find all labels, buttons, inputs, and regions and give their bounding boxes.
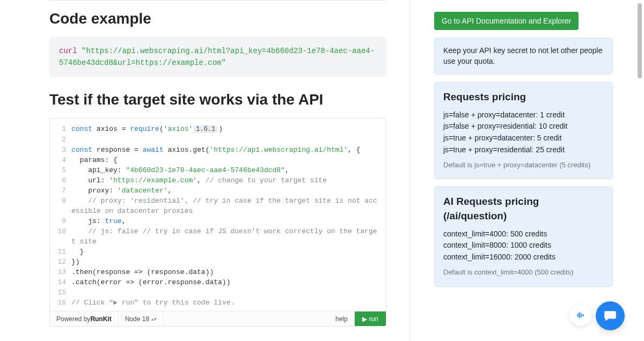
code-text[interactable]: // js: false // try in case if JS doesn'… xyxy=(71,226,386,247)
line-number: 1 xyxy=(50,124,71,135)
code-line[interactable]: 8 // proxy: 'residential', // try in cas… xyxy=(50,196,386,216)
code-text[interactable]: const response = await axios.get('https:… xyxy=(71,145,386,155)
line-number: 14 xyxy=(50,277,71,287)
pricing-row: js=false + proxy=residential: 10 credit xyxy=(443,121,604,132)
line-number: 13 xyxy=(50,267,71,277)
ai-pricing-default: Default is context_limit=4000 (500 credi… xyxy=(443,268,604,277)
ai-pricing-card: AI Requests pricing (/ai/question) conte… xyxy=(434,187,613,286)
audio-chat-button[interactable] xyxy=(570,305,591,326)
line-number: 16 xyxy=(50,298,71,308)
pricing-row: context_limit=16000: 2000 credits xyxy=(443,252,604,263)
code-line[interactable]: 10 // js: false // try in case if JS doe… xyxy=(50,226,386,247)
heading-code-example: Code example xyxy=(49,10,386,27)
code-text[interactable]: .catch(error => (error.response.data)) xyxy=(71,277,386,287)
line-number: 5 xyxy=(50,165,71,175)
code-text[interactable] xyxy=(71,287,386,298)
pricing-row: js=false + proxy=datacenter: 1 credit xyxy=(443,110,604,121)
line-number: 3 xyxy=(50,145,71,155)
code-text[interactable]: }) xyxy=(71,257,386,267)
code-line[interactable]: 3const response = await axios.get('https… xyxy=(50,145,386,155)
line-number: 10 xyxy=(50,226,71,247)
code-text[interactable]: // proxy: 'residential', // try in case … xyxy=(71,196,386,216)
curl-url: "https://api.webscraping.ai/html?api_key… xyxy=(59,47,375,67)
code-line[interactable]: 11 } xyxy=(50,247,386,257)
run-button[interactable]: ▶ run xyxy=(355,312,386,326)
powered-by-runkit[interactable]: Powered by RunKit xyxy=(50,312,119,326)
code-text[interactable]: // Click “▶ run” to try this code live. xyxy=(71,298,386,308)
ai-pricing-title: AI Requests pricing (/ai/question) xyxy=(443,195,604,223)
code-text[interactable]: params: { xyxy=(71,155,386,165)
runkit-editor[interactable]: 1const axios = require('axios'1.6.1)23co… xyxy=(49,118,386,327)
code-line[interactable]: 12}) xyxy=(50,257,386,267)
pricing-row: js=true + proxy=residential: 25 credit xyxy=(443,145,604,155)
code-line[interactable]: 7 proxy: 'datacenter', xyxy=(50,186,386,196)
code-text[interactable]: api_key: "4b660d23-1e78-4aec-aae4-5746be… xyxy=(71,165,386,175)
code-text[interactable] xyxy=(71,135,386,145)
line-number: 12 xyxy=(50,257,71,267)
chat-icon xyxy=(603,309,617,323)
line-number: 15 xyxy=(50,287,71,298)
pricing-row: context_limit=8000: 1000 credits xyxy=(443,240,604,251)
code-line[interactable]: 14.catch(error => (error.response.data)) xyxy=(50,277,386,287)
chevron-updown-icon: ▴▾ xyxy=(151,316,157,322)
node-version-select[interactable]: Node 18 ▴▾ xyxy=(119,312,164,326)
code-line[interactable]: 4 params: { xyxy=(50,155,386,165)
code-line[interactable]: 13.then(response => (response.data)) xyxy=(50,267,386,277)
code-line[interactable]: 6 url: 'https://example.com', // change … xyxy=(50,175,386,186)
help-link[interactable]: help xyxy=(329,312,355,326)
curl-command: curl xyxy=(59,47,77,55)
line-number: 8 xyxy=(50,196,71,216)
bars-icon xyxy=(575,310,586,321)
code-text[interactable]: const axios = require('axios'1.6.1) xyxy=(71,124,386,135)
code-text[interactable]: js: true, xyxy=(71,216,386,226)
code-text[interactable]: url: 'https://example.com', // change to… xyxy=(71,175,386,186)
heading-test: Test if the target site works via the AP… xyxy=(49,91,386,108)
line-number: 11 xyxy=(50,247,71,257)
line-number: 6 xyxy=(50,175,71,186)
code-text[interactable]: proxy: 'datacenter', xyxy=(71,186,386,196)
code-line[interactable]: 1const axios = require('axios'1.6.1) xyxy=(50,124,386,135)
line-number: 9 xyxy=(50,216,71,226)
line-number: 4 xyxy=(50,155,71,165)
code-line[interactable]: 15 xyxy=(50,287,386,298)
pricing-row: js=true + proxy=datacenter: 5 credit xyxy=(443,133,604,144)
divider xyxy=(49,0,386,1)
code-line[interactable]: 2 xyxy=(50,135,386,145)
code-line[interactable]: 9 js: true, xyxy=(50,216,386,226)
curl-example: curl "https://api.webscraping.ai/html?ap… xyxy=(49,37,386,77)
api-docs-button[interactable]: Go to API Documentation and Explorer xyxy=(434,12,579,30)
line-number: 7 xyxy=(50,186,71,196)
chat-widget-button[interactable] xyxy=(596,301,625,330)
code-text[interactable]: .then(response => (response.data)) xyxy=(71,267,386,277)
code-line[interactable]: 16// Click “▶ run” to try this code live… xyxy=(50,298,386,308)
play-icon: ▶ xyxy=(362,315,367,323)
line-number: 2 xyxy=(50,135,71,145)
pricing-row: context_limit=4000: 500 credits xyxy=(443,229,604,240)
requests-pricing-title: Requests pricing xyxy=(443,90,604,105)
api-key-warning-card: Keep your API key secret to not let othe… xyxy=(434,38,613,75)
pricing-default: Default is js=true + proxy=datacenter (5… xyxy=(443,160,604,170)
code-line[interactable]: 5 api_key: "4b660d23-1e78-4aec-aae4-5746… xyxy=(50,165,386,175)
code-text[interactable]: } xyxy=(71,247,386,257)
requests-pricing-card: Requests pricing js=false + proxy=datace… xyxy=(434,82,613,179)
